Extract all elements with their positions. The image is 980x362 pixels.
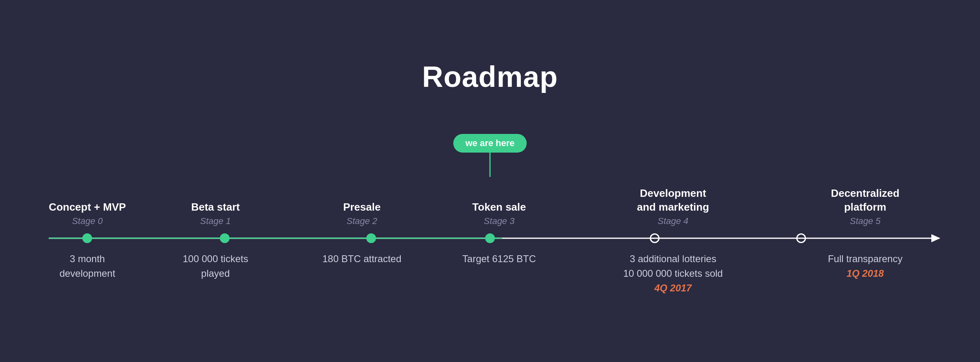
stage3-subtitle: Stage 3 [484, 216, 515, 226]
timeline-arrow [931, 234, 940, 242]
stage4-desc: 3 additional lotteries10 000 000 tickets… [563, 252, 782, 294]
stage1-desc: 100 000 ticketsplayed [142, 252, 289, 294]
stage3-header: Token sale Stage 3 [435, 200, 563, 226]
stage0-title: Concept + MVP [49, 200, 126, 214]
stage4-description: 3 additional lotteries10 000 000 tickets… [623, 252, 723, 281]
stage5-description: Full transparency [828, 252, 903, 266]
stage5-subtitle: Stage 5 [850, 216, 881, 226]
stage3-title: Token sale [472, 200, 526, 214]
stage3-desc: Target 6125 BTC [435, 252, 563, 294]
descriptions-row: 3 monthdevelopment 100 000 ticketsplayed… [32, 252, 948, 294]
stage0-description: 3 monthdevelopment [60, 252, 115, 281]
stage2-description: 180 BTC attracted [322, 252, 402, 266]
stage0-subtitle: Stage 0 [72, 216, 103, 226]
stage4-subtitle: Stage 4 [658, 216, 688, 226]
stage4-header: Developmentand marketing Stage 4 [563, 187, 782, 226]
timeline-row [32, 232, 948, 244]
timeline-line-green [49, 237, 502, 239]
we-are-here-bubble: we are here [453, 134, 527, 153]
dot-stage0 [82, 233, 92, 243]
stage5-date: 1Q 2018 [847, 268, 884, 279]
stage2-subtitle: Stage 2 [346, 216, 377, 226]
dot-stage3 [485, 233, 495, 243]
we-are-here-container: we are here [453, 134, 527, 177]
dot-stage4 [650, 233, 660, 243]
roadmap-wrapper: we are here Concept + MVP Stage 0 Beta s… [32, 134, 948, 294]
stage1-description: 100 000 ticketsplayed [183, 252, 248, 281]
dot-stage2 [366, 233, 376, 243]
stage2-desc: 180 BTC attracted [289, 252, 435, 294]
stage4-title: Developmentand marketing [637, 187, 709, 214]
page-container: Roadmap we are here Concept + MVP Stage … [0, 36, 980, 326]
stage3-description: Target 6125 BTC [462, 252, 536, 266]
stage2-title: Presale [343, 200, 381, 214]
stage5-desc: Full transparency 1Q 2018 [783, 252, 948, 294]
we-are-here-line [489, 153, 490, 177]
stage4-date: 4Q 2017 [654, 282, 692, 294]
stage2-header: Presale Stage 2 [289, 200, 435, 226]
stage1-header: Beta start Stage 1 [142, 200, 289, 226]
dot-stage1 [220, 233, 230, 243]
stage5-header: Decentralizedplatform Stage 5 [783, 187, 948, 226]
dot-stage5 [796, 233, 806, 243]
stage1-subtitle: Stage 1 [200, 216, 231, 226]
stage0-desc: 3 monthdevelopment [32, 252, 142, 294]
page-title: Roadmap [422, 60, 558, 93]
stage1-title: Beta start [191, 200, 240, 214]
stage5-title: Decentralizedplatform [831, 187, 899, 214]
stage0-header: Concept + MVP Stage 0 [32, 200, 142, 226]
